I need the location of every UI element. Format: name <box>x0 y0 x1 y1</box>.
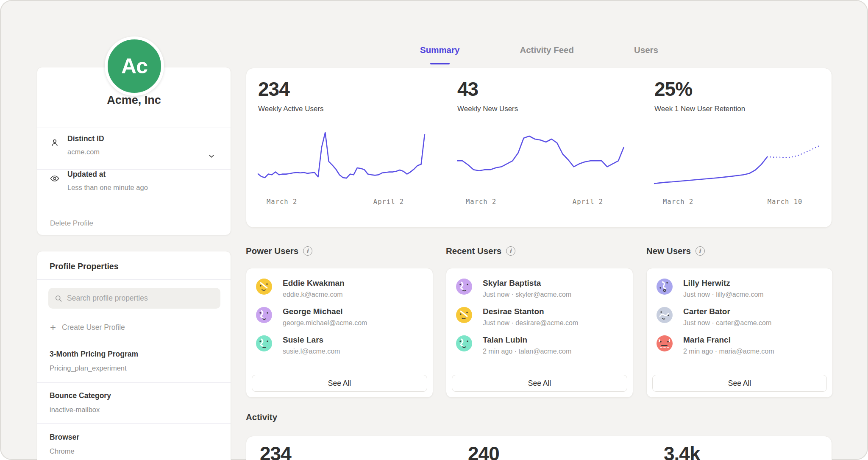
search-icon <box>54 294 63 303</box>
recent-users-card: Skylar Baptista Just now · skyler@acme.c… <box>446 268 633 398</box>
user-avatar <box>256 279 272 295</box>
info-icon[interactable]: i <box>696 246 705 256</box>
avatar-face-icon <box>456 335 472 351</box>
x-axis-label: March 2 <box>466 198 496 206</box>
info-icon[interactable]: i <box>506 246 515 256</box>
user-name: Lilly Herwitz <box>683 279 730 288</box>
stat-weekly-new-users: 43 Weekly New Users March 2 April 2 <box>445 68 637 227</box>
avatar-face-icon <box>256 335 272 351</box>
property-value: Pricing_plan_experiment <box>50 364 127 372</box>
tab-summary[interactable]: Summary <box>420 45 459 63</box>
new-users-title: New Users <box>646 246 691 256</box>
user-row[interactable]: Susie Lars susie.l@acme.com <box>256 335 424 359</box>
recent-users-heading: Recent Users i <box>446 246 515 256</box>
avatar-face-icon <box>657 335 673 351</box>
user-avatar <box>657 307 673 323</box>
user-row[interactable]: Carter Bator Just now · carter@acme.com <box>657 306 824 331</box>
week1-retention-value: 25% <box>654 78 692 100</box>
user-meta: 2 min ago · maria@acme.com <box>683 348 774 355</box>
user-meta: Just now · desirare@acme.com <box>483 319 578 327</box>
power-users-card: Eddie Kwakman eddie.k@acme.com George Mi… <box>246 268 433 398</box>
user-name: Maria Franci <box>683 335 731 345</box>
tab-activity-feed[interactable]: Activity Feed <box>520 45 574 63</box>
user-avatar <box>256 335 272 351</box>
stat-weekly-active-users: 234 Weekly Active Users March 2 April 2 <box>246 68 438 227</box>
chevron-down-icon[interactable] <box>207 151 216 161</box>
user-row[interactable]: Maria Franci 2 min ago · maria@acme.com <box>657 335 824 359</box>
weekly-active-users-chart <box>256 127 426 194</box>
divider <box>37 279 231 280</box>
divider <box>37 341 231 341</box>
divider <box>37 169 231 170</box>
avatar-face-icon <box>657 307 673 323</box>
user-avatar <box>456 307 472 323</box>
eye-icon <box>50 173 60 184</box>
recent-users-title: Recent Users <box>446 246 501 256</box>
user-meta: george.michael@acme.com <box>283 319 367 327</box>
tab-users[interactable]: Users <box>634 45 658 63</box>
search-input[interactable] <box>67 294 220 303</box>
property-name: 3-Month Pricing Program <box>50 350 138 359</box>
property-name: Browser <box>50 433 79 442</box>
property-name: Bounce Category <box>50 391 111 400</box>
user-meta: eddie.k@acme.com <box>283 291 343 298</box>
search-profile-properties[interactable] <box>48 288 220 309</box>
see-all-button[interactable]: See All <box>452 375 627 392</box>
user-name: Susie Lars <box>283 335 323 345</box>
user-row[interactable]: Skylar Baptista Just now · skyler@acme.c… <box>456 278 624 302</box>
profile-dashboard: Ac Acme, Inc Distinct ID acme.com Update… <box>0 0 868 460</box>
power-users-heading: Power Users i <box>246 246 312 256</box>
user-avatar <box>456 335 472 351</box>
user-avatar <box>456 279 472 295</box>
x-axis-label: April 2 <box>573 198 603 206</box>
see-all-button[interactable]: See All <box>252 375 427 392</box>
user-row[interactable]: George Michael george.michael@acme.com <box>256 306 424 331</box>
weekly-new-users-label: Weekly New Users <box>457 105 518 113</box>
x-axis-label: March 2 <box>267 198 297 206</box>
new-users-card: Lilly Herwitz Just now · lilly@acme.com … <box>646 268 833 398</box>
user-avatar <box>657 279 673 295</box>
summary-stats-card: 234 Weekly Active Users March 2 April 2 … <box>246 68 832 228</box>
user-name: George Michael <box>283 307 343 316</box>
activity-stat: 240 <box>468 442 499 460</box>
user-row[interactable]: Eddie Kwakman eddie.k@acme.com <box>256 278 424 302</box>
user-row[interactable]: Talan Lubin 2 min ago · talan@acme.com <box>456 335 624 359</box>
distinct-id-label: Distinct ID <box>67 134 104 143</box>
user-meta: Just now · carter@acme.com <box>683 319 771 327</box>
power-users-title: Power Users <box>246 246 298 256</box>
avatar-face-icon <box>456 307 472 323</box>
delete-profile-button[interactable]: Delete Profile <box>37 211 231 236</box>
create-user-profile-button[interactable]: + Create User Profile <box>50 319 125 335</box>
avatar-face-icon <box>657 279 673 295</box>
x-axis-label: April 2 <box>373 198 404 206</box>
activity-stat: 234 <box>260 442 291 460</box>
profile-tabs: Summary Activity Feed Users <box>246 45 832 63</box>
user-name: Eddie Kwakman <box>283 279 345 288</box>
updated-at-value: Less than one minute ago <box>67 184 148 192</box>
see-all-button[interactable]: See All <box>652 375 827 392</box>
user-name: Carter Bator <box>683 307 730 316</box>
stat-week1-retention: 25% Week 1 New User Retention March 2 Ma… <box>643 68 832 227</box>
divider <box>37 423 231 424</box>
updated-at-label: Updated at <box>67 170 106 179</box>
weekly-new-users-chart <box>456 127 625 194</box>
plus-icon: + <box>50 322 56 332</box>
profile-properties-card: Profile Properties + Create User Profile… <box>37 251 231 460</box>
company-avatar-initials: Ac <box>121 54 147 78</box>
activity-card: 234 240 3.4k <box>246 436 832 460</box>
user-row[interactable]: Lilly Herwitz Just now · lilly@acme.com <box>657 278 824 302</box>
user-meta: Just now · skyler@acme.com <box>483 291 571 298</box>
user-name: Talan Lubin <box>483 335 527 345</box>
avatar-face-icon <box>456 279 472 295</box>
info-icon[interactable]: i <box>303 246 312 256</box>
user-row[interactable]: Desirae Stanton Just now · desirare@acme… <box>456 306 624 331</box>
activity-stat: 3.4k <box>664 442 700 460</box>
user-name: Desirae Stanton <box>483 307 544 316</box>
activity-heading: Activity <box>246 412 277 422</box>
user-meta: susie.l@acme.com <box>283 348 340 355</box>
weekly-new-users-value: 43 <box>457 78 478 100</box>
weekly-active-users-value: 234 <box>258 78 289 100</box>
week1-retention-chart <box>653 127 822 194</box>
distinct-id-value: acme.com <box>67 148 100 156</box>
weekly-active-users-label: Weekly Active Users <box>258 105 324 113</box>
